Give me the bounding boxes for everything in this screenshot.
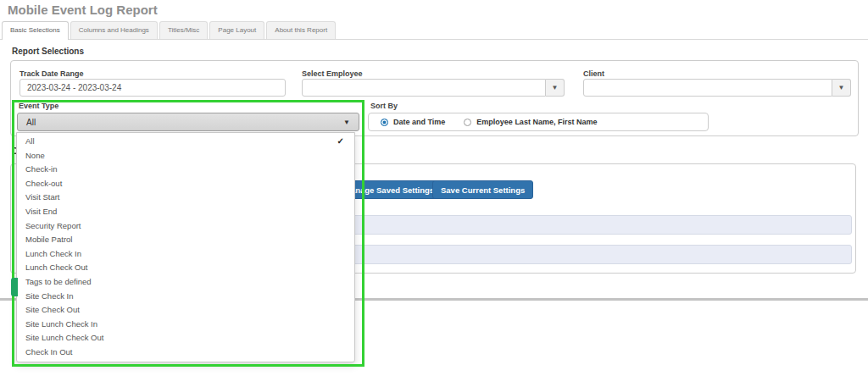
tab-titles-misc[interactable]: Titles/Misc [159,21,208,39]
radio-icon[interactable] [381,119,388,126]
dropdown-item[interactable]: Site Check Out [17,303,354,318]
event-type-label: Event Type [19,102,58,110]
sort-option-date-and-time[interactable]: Date and Time [381,118,445,126]
report-selections-heading: Report Selections [12,47,84,56]
tab-bar: Basic SelectionsColumns and HeadingsTitl… [0,22,868,40]
dropdown-item[interactable]: Check-out [17,177,354,191]
client-value[interactable] [583,79,832,97]
sort-by-label: Sort By [370,102,398,110]
sort-option-label: Employee Last Name, First Name [476,118,597,126]
dropdown-item[interactable]: All✓ [17,135,354,149]
sort-option-employee-name[interactable]: Employee Last Name, First Name [464,118,597,126]
dropdown-item[interactable]: Site Lunch Check In [17,318,354,332]
dropdown-item[interactable]: Lunch Check In [17,247,354,262]
track-date-range-input[interactable] [19,79,286,97]
dropdown-item[interactable]: Check In Out [17,346,354,360]
select-employee-combobox[interactable]: ▼ [302,79,565,97]
tab-about-this-report[interactable]: About this Report [266,21,336,39]
chevron-down-icon: ▼ [552,84,559,91]
radio-icon[interactable] [464,119,471,126]
dropdown-item[interactable]: Lunch Check Out [17,261,354,275]
event-type-dropdown-menu: All✓NoneCheck-inCheck-outVisit StartVisi… [16,132,355,362]
tab-basic-selections[interactable]: Basic Selections [2,21,69,40]
select-employee-value[interactable] [302,79,546,97]
page-title: Mobile Event Log Report [8,3,158,17]
dropdown-item[interactable]: Check-in [17,163,354,177]
tab-columns-and-headings[interactable]: Columns and Headings [70,21,158,39]
client-label: Client [583,69,604,78]
dropdown-item[interactable]: Mobile Patrol [17,233,354,247]
check-icon: ✓ [337,135,344,149]
chevron-down-icon: ▼ [838,84,845,91]
save-current-settings-button[interactable]: Save Current Settings [432,180,533,199]
dropdown-item[interactable]: Site Check In [17,290,354,304]
event-type-selected-value: All [26,118,36,127]
client-combobox[interactable]: ▼ [583,79,851,97]
sort-option-label: Date and Time [393,118,445,126]
select-employee-dropdown-button[interactable]: ▼ [546,79,565,97]
chevron-down-icon: ▼ [343,119,350,126]
dropdown-item[interactable]: Visit End [17,205,354,219]
dropdown-item[interactable]: None [17,149,354,163]
select-employee-label: Select Employee [302,69,363,78]
sort-by-group: Date and Time Employee Last Name, First … [368,113,709,131]
green-button-fragment[interactable] [11,278,18,296]
dropdown-item[interactable]: Security Report [17,219,354,234]
client-dropdown-button[interactable]: ▼ [832,79,851,97]
dropdown-item[interactable]: Site Lunch Check Out [17,331,354,346]
track-date-range-label: Track Date Range [19,69,84,78]
tab-page-layout[interactable]: Page Layout [209,21,264,39]
dropdown-item[interactable]: Visit Start [17,191,354,205]
dropdown-item[interactable]: Tags to be defined [17,275,354,290]
event-type-select[interactable]: All ▼ [17,113,359,131]
